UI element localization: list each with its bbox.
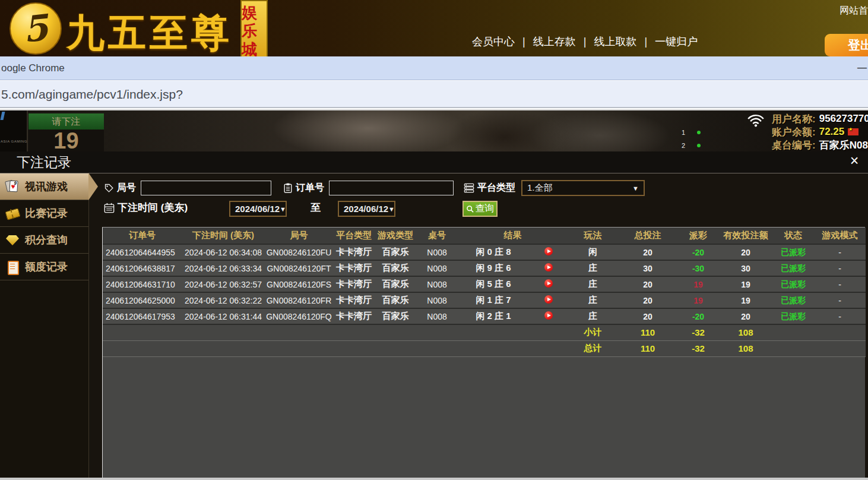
cell-round: GN008246120FU (265, 244, 333, 260)
url-bar[interactable]: 5.com/agingame/pcv1/index.jsp? (0, 81, 868, 108)
cell-total-bet: 20 (618, 244, 677, 260)
play-icon[interactable] (544, 247, 553, 255)
nav-online-deposit[interactable]: 线上存款 (533, 34, 576, 49)
cell-replay (529, 260, 568, 276)
col-order-number: 订单号 (103, 228, 182, 244)
cell-mode: - (814, 276, 866, 292)
cell-mode: - (814, 244, 866, 260)
date-from-select[interactable]: 2024/06/12 ▼ (229, 201, 287, 217)
cell-game: 百家乐 (375, 276, 416, 292)
modal-content: 局号 订单号 (90, 173, 868, 480)
seat-number: 2 (682, 142, 685, 149)
cell-platform: 卡卡湾厅 (333, 292, 375, 308)
sidebar-item-video-games[interactable]: 视讯游戏 (0, 173, 88, 200)
cell-round: GN008246120FQ (265, 308, 333, 324)
cell-order: 240612064631710 (103, 276, 182, 292)
logo-text: 九五至尊 (66, 7, 233, 56)
total-payout: -32 (677, 340, 719, 356)
col-payout: 派彩 (677, 228, 719, 244)
cell-game: 百家乐 (375, 292, 416, 308)
cell-status: 已派彩 (772, 244, 814, 260)
cell-time: 2024-06-12 06:32:22 (182, 292, 265, 308)
nav-one-key-transfer[interactable]: 一键归户 (655, 34, 698, 49)
seat-list: 1 2 (682, 126, 701, 151)
clipboard-icon (283, 182, 293, 194)
tag-icon (104, 183, 114, 193)
platform-icon (464, 183, 474, 193)
cell-order: 240612064625000 (103, 292, 182, 308)
cell-status: 已派彩 (772, 292, 814, 308)
provider-logo-icon (1, 112, 5, 120)
order-filter-group: 订单号 (283, 181, 454, 195)
total-total-bet: 110 (618, 340, 677, 356)
cell-payout: -30 (677, 260, 719, 276)
table-header-row: 订单号 下注时间 (美东) 局号 平台类型 游戏类型 桌号 结果 玩法 总投注 … (103, 228, 866, 244)
cell-time: 2024-06-12 06:33:34 (182, 260, 265, 276)
cell-play-type: 庄 (568, 276, 618, 292)
sidebar-item-points-query[interactable]: 积分查询 (0, 227, 88, 254)
chevron-down-icon: ▼ (388, 206, 395, 213)
cell-result: 闲 5 庄 6 (458, 276, 529, 292)
chevron-down-icon: ▼ (632, 185, 639, 192)
table-number-label: 桌台编号: (772, 138, 816, 152)
bet-records-table: 订单号 下注时间 (美东) 局号 平台类型 游戏类型 桌号 结果 玩法 总投注 … (102, 227, 865, 478)
round-filter-group: 局号 (104, 181, 271, 195)
modal-sidebar: 视讯游戏 比赛记录 积分查询 额度记录 (0, 173, 89, 480)
window-title: oogle Chrome (1, 56, 65, 80)
url-text[interactable]: 5.com/agingame/pcv1/index.jsp? (1, 81, 183, 108)
col-game-type: 游戏类型 (375, 228, 416, 244)
logout-button[interactable]: 登出 (825, 34, 868, 56)
cell-replay (529, 276, 568, 292)
bet-timer-countdown: 19 (28, 130, 104, 151)
round-number-input[interactable] (141, 181, 271, 195)
cell-platform: 卡卡湾厅 (333, 276, 375, 292)
cell-result: 闲 2 庄 1 (458, 308, 529, 324)
main-nav: 会员中心 | 线上存款 | 线上取款 | 一键归户 (472, 34, 698, 49)
platform-filter-label: 平台类型 (477, 182, 515, 194)
date-to-value: 2024/06/12 (344, 204, 388, 214)
order-number-input[interactable] (329, 181, 454, 195)
cell-valid-bet: 19 (719, 276, 772, 292)
cell-table-no: N008 (416, 292, 458, 308)
nav-site-home[interactable]: 网站首页 (840, 5, 868, 17)
logo-icon: 5 (9, 2, 62, 55)
search-icon (466, 205, 474, 213)
play-icon[interactable] (544, 279, 553, 288)
date-range-to-label: 至 (311, 201, 321, 214)
sidebar-item-match-records[interactable]: 比赛记录 (0, 200, 88, 227)
logo-symbol: 5 (21, 7, 50, 50)
col-round-number: 局号 (265, 228, 333, 244)
close-icon[interactable]: × (845, 152, 863, 169)
cell-replay (529, 308, 568, 324)
cell-replay (529, 244, 568, 260)
platform-type-select[interactable]: 1.全部 ▼ (521, 180, 645, 196)
total-valid-bet: 108 (719, 340, 772, 356)
nav-online-withdraw[interactable]: 线上取款 (594, 34, 636, 49)
cell-play-type: 闲 (568, 244, 618, 260)
minimize-button[interactable]: — (857, 56, 867, 79)
search-button[interactable]: 查询 (462, 201, 498, 217)
subtotal-payout: -32 (677, 324, 719, 340)
cell-valid-bet: 20 (719, 308, 772, 324)
nav-separator: | (522, 36, 525, 48)
col-valid-bet: 有效投注额 (719, 228, 772, 244)
cell-valid-bet: 20 (719, 244, 772, 260)
sidebar-item-label: 视讯游戏 (25, 179, 68, 194)
calendar-icon (104, 203, 115, 213)
gem-icon (5, 233, 20, 247)
play-icon[interactable] (544, 263, 553, 271)
page-bottom-strip (0, 478, 868, 480)
play-icon[interactable] (544, 295, 553, 304)
play-icon[interactable] (544, 311, 553, 320)
nav-member-center[interactable]: 会员中心 (472, 34, 515, 49)
nav-separator: | (644, 36, 647, 48)
sidebar-item-credit-records[interactable]: 额度记录 (0, 254, 88, 280)
subtotal-total-bet: 110 (618, 324, 677, 340)
subtotal-row: 小计 110 -32 108 (103, 324, 866, 340)
window-titlebar: oogle Chrome — (0, 56, 868, 80)
cell-play-type: 庄 (568, 292, 618, 308)
table-row: 240612064631710 2024-06-12 06:32:57 GN00… (103, 276, 866, 292)
total-row: 总计 110 -32 108 (103, 340, 866, 356)
cell-time: 2024-06-12 06:32:57 (182, 276, 265, 292)
date-to-select[interactable]: 2024/06/12 ▼ (338, 201, 395, 217)
